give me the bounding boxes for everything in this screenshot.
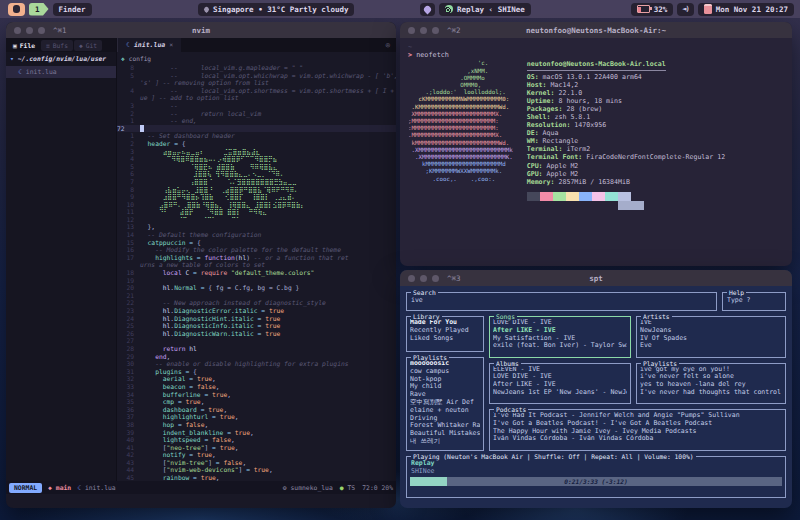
list-item[interactable]: IVE [640,319,782,327]
list-item[interactable]: elaine + neuton [410,407,480,415]
code-line: 22 -- New approach instead of diagnostic… [117,299,396,307]
now-playing-pill[interactable]: Replay ‹ SHINee [439,3,531,16]
command-text: neofetch [416,51,449,59]
list-item[interactable]: I've never had thoughts that control me [640,389,782,397]
list-item[interactable]: I've Had It Podcast - Jennifer Welch and… [493,412,782,420]
list-item[interactable]: LOVE DIVE - IVE [493,373,627,381]
list-item[interactable]: After LIKE - IVE [493,327,627,335]
progress-time-label: 0:21/3:33 (-3:12) [410,477,782,486]
list-item[interactable]: Not-kpop [410,376,480,384]
search-input[interactable]: ive [407,293,716,307]
tree-root-path[interactable]: ▾ ~/.config/nvim/lua/user [6,52,116,66]
terminal-titlebar[interactable]: ^⌘2 neutonfoo@Neutons-MacBook-Air:~ [400,22,792,38]
color-swatch [605,192,618,201]
color-swatch [553,192,566,201]
search-box[interactable]: Search ive [406,292,717,311]
list-item[interactable]: My Satisfaction - IVE [493,335,627,343]
menu-bar: 1 Finder Singapore • 31°C Partly cloudy … [0,0,800,18]
songs-box[interactable]: Songs LOVE DIVE - IVEAfter LIKE - IVEMy … [489,316,631,358]
ascii-line: .;loddo:' loolloddol;. [408,89,513,96]
spt-titlebar[interactable]: ^⌘3 spt [400,270,792,286]
buffers-icon: ≡ [46,42,50,49]
list-item[interactable]: cow campus [410,368,480,376]
apple-menu-button[interactable] [8,3,25,16]
info-row: WM: Rectangle [527,137,726,145]
terminal-content[interactable]: ~ > neofetch 'c. ,xNMM. .OMMMMo OMMM0, .… [400,38,792,215]
list-item[interactable]: NewJeans 1st EP 'New Jeans' - NewJeans [493,389,627,397]
info-row: Host: Mac14,2 [527,81,726,89]
close-window-button[interactable] [408,27,415,34]
artists-box[interactable]: Artists IVENewJeansIV Of SpadesEve [636,316,786,358]
minimize-window-button[interactable] [420,27,427,34]
list-item[interactable]: 空中寫別墅 Air Def [410,399,480,407]
ascii-line: 'c. [408,60,513,67]
list-item[interactable]: Recently Played [410,327,480,335]
code-line: 40 lightspeed = false, [117,436,396,444]
list-item[interactable]: Eve [640,342,782,350]
list-item[interactable]: My child [410,383,480,391]
list-item[interactable]: i've never felt so alone [640,373,782,381]
calendar-icon [704,4,712,14]
ascii-line: ,xNMM. [408,68,513,75]
playlists-box[interactable]: Playlists moooooosiccow campusNot-kpopMy… [406,357,484,451]
minimize-window-button[interactable] [26,27,33,34]
tabline-menu-icon[interactable]: ◎ [386,41,396,49]
list-item[interactable]: After LIKE - IVE [493,381,627,389]
bufferline: ☾ init.lua × ◎ [117,38,396,52]
buffer-tab[interactable]: ☾ init.lua × [118,38,181,52]
code-line: 9 ⣰⣿⣿⠛⠻⣿⣿⡦⢹⣿⣷ ⢊⣿⣿⡏ ⢸⣿⣿⡇ ⢀⣠⣄⣾⠄ [117,193,396,201]
zoom-window-button[interactable] [432,275,439,282]
list-item[interactable]: LOVE DIVE - IVE [493,319,627,327]
sidebar-tab-bufs[interactable]: ≡Bufs [41,40,73,51]
battery-pill[interactable]: 32% [631,3,674,16]
search-playlists-box[interactable]: Playlists ive got my eye on you!!i've ne… [636,363,786,405]
progress-bar[interactable]: 0:21/3:33 (-3:12) [410,477,782,486]
nvim-window: ^⌘1 nvim ▣File ≡Bufs ◆Git ▾ ~/.config/nv… [6,22,396,508]
podcasts-box[interactable]: Podcasts I've Had It Podcast - Jennifer … [489,409,786,451]
minimize-window-button[interactable] [420,275,427,282]
list-item[interactable]: ELEVEN - IVE [493,366,627,374]
ascii-line: kMMMMMMMMMMMMMMMMMMMMMMMMWd. [408,140,513,147]
list-item[interactable]: Liked Songs [410,335,480,343]
clock-pill[interactable]: Mon Nov 21 20:27 [698,3,794,16]
list-item[interactable]: moooooosic [410,360,480,368]
color-swatch [566,192,579,201]
sidebar-tab-git[interactable]: ◆Git [74,40,102,51]
zoom-window-button[interactable] [432,27,439,34]
list-item[interactable]: The Happy Hour with Jamie Ivey - Ivey Me… [493,428,782,436]
code-buffer[interactable]: 8 -- local_vim.g.mapleader = " "5 -- loc… [117,64,396,481]
nvim-titlebar[interactable]: ^⌘1 nvim [6,22,396,38]
list-item[interactable]: Driving [410,415,480,423]
list-item[interactable]: exile (feat. Bon Iver) - Taylor Swift, [493,342,627,350]
list-item[interactable]: Beautiful Mistakes [410,430,480,438]
traffic-lights [408,275,439,282]
weather-pill[interactable]: Singapore • 31°C Partly cloudy [196,3,356,16]
now-playing-box[interactable]: Playing (Neuton's MacBook Air | Shuffle:… [406,456,786,498]
close-buffer-icon[interactable]: × [169,41,173,49]
traffic-lights [408,27,439,34]
code-line: 's' ] -- removing option from list [117,79,396,87]
list-item[interactable]: yes to heaven -lana del rey [640,381,782,389]
treesitter-dot-icon: ● [340,484,344,492]
tree-file-item[interactable]: ☾init.lua [6,66,116,78]
color-swatch [527,192,540,201]
list-item[interactable]: I've Got a Beatles Podcast! - I've Got A… [493,420,782,428]
albums-box[interactable]: Albums ELEVEN - IVELOVE DIVE - IVEAfter … [489,363,631,405]
sidebar-tab-file[interactable]: ▣File [8,40,40,51]
sound-pill[interactable]: ◄) [677,3,693,16]
workspace-badge[interactable]: 1 [29,3,49,16]
close-window-button[interactable] [408,275,415,282]
list-item[interactable]: Forest Whitaker Ra [410,422,480,430]
pin-pill[interactable] [420,3,435,16]
ascii-line: cKMMMMMMMMMMNWMMMMMMMMMM0: [408,96,513,103]
list-item[interactable]: Rave [410,391,480,399]
list-item[interactable]: IV Of Spades [640,335,782,343]
library-box[interactable]: Library Made For YouRecently PlayedLiked… [406,316,484,352]
list-item[interactable]: Iván Vindas Córdoba - Iván Vindas Córdob… [493,435,782,443]
close-window-button[interactable] [14,27,21,34]
list-item[interactable]: 내 쓰레기 [410,438,480,446]
active-app-pill[interactable]: Finder [53,3,92,16]
zoom-window-button[interactable] [38,27,45,34]
list-item[interactable]: Made For You [410,319,480,327]
list-item[interactable]: NewJeans [640,327,782,335]
